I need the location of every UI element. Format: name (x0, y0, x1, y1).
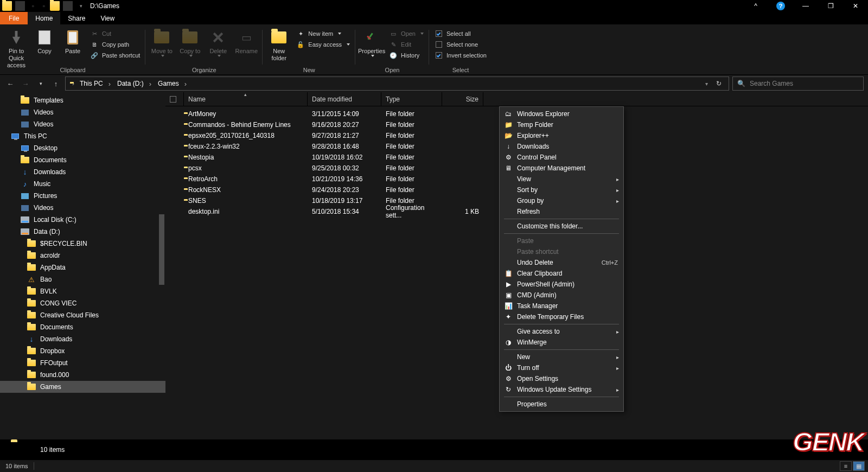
column-date[interactable]: Date modified (308, 92, 381, 106)
tree-item[interactable]: Documents (0, 321, 165, 333)
nav-recent-dropdown[interactable]: ▾ (35, 78, 47, 90)
nav-forward-button[interactable]: → (20, 78, 31, 90)
nav-up-button[interactable]: ↑ (50, 78, 62, 90)
context-menu-item[interactable]: ▣CMD (Admin) (500, 290, 623, 301)
context-menu-item[interactable]: ↓Downloads (500, 141, 623, 152)
context-menu-item[interactable]: Undo DeleteCtrl+Z (500, 257, 623, 268)
tree-item[interactable]: Documents (0, 154, 165, 166)
tab-view[interactable]: View (93, 12, 122, 24)
tree-item[interactable]: found.000 (0, 369, 165, 381)
context-menu-item[interactable]: View▸ (500, 174, 623, 184)
column-checkbox[interactable] (165, 92, 184, 106)
tab-home[interactable]: Home (28, 12, 60, 24)
search-input[interactable] (750, 80, 859, 87)
open-button[interactable]: ▭Open (387, 29, 426, 39)
qat-item[interactable]: ▫ (28, 1, 38, 11)
close-button[interactable]: ✕ (843, 0, 868, 12)
help-button[interactable]: ? (768, 0, 793, 12)
tree-item[interactable]: ↓Downloads (0, 333, 165, 345)
tab-file[interactable]: File (0, 12, 28, 24)
rename-button[interactable]: ▭Rename (233, 28, 259, 55)
tree-item[interactable]: acroldr (0, 250, 165, 261)
ribbon-collapse-icon[interactable]: ^ (743, 0, 768, 12)
context-menu-item[interactable]: Give access to▸ (500, 326, 623, 337)
context-menu-item[interactable]: ⚙Control Panel (500, 152, 623, 163)
new-item-button[interactable]: ✦New item (294, 29, 352, 39)
tree-item[interactable]: FFOutput (0, 357, 165, 369)
context-menu-item[interactable]: ⚙Open Settings (500, 373, 623, 384)
properties-button[interactable]: Properties (359, 28, 385, 57)
easy-access-button[interactable]: 🔓Easy access (294, 40, 352, 49)
search-box[interactable]: 🔍 (732, 76, 864, 91)
cut-button[interactable]: ✂Cut (88, 29, 142, 39)
invert-selection-button[interactable]: Invert selection (432, 50, 489, 60)
context-menu-item[interactable]: Sort by▸ (500, 184, 623, 195)
paste-button[interactable]: Paste (60, 28, 86, 55)
tree-item[interactable]: Videos (0, 118, 165, 130)
move-to-button[interactable]: Move to (149, 28, 175, 57)
context-menu-item[interactable]: ◑WinMerge (500, 337, 623, 348)
tree-item[interactable]: CONG VIEC (0, 297, 165, 309)
context-menu-item[interactable]: 📂Explorer++ (500, 130, 623, 141)
context-menu-item[interactable]: ✦Delete Temporary Files (500, 311, 623, 322)
context-menu-item[interactable]: 🖥Computer Management (500, 163, 623, 174)
tree-item[interactable]: Videos (0, 202, 165, 214)
paste-shortcut-button[interactable]: 🔗Paste shortcut (88, 50, 142, 60)
context-menu-item[interactable]: 📁Temp Folder (500, 119, 623, 130)
view-details-button[interactable]: ≡ (840, 461, 852, 471)
tree-item[interactable]: Dropbox (0, 345, 165, 357)
tree-item[interactable]: AppData (0, 261, 165, 273)
context-menu-item[interactable]: 📊Task Manager (500, 301, 623, 311)
tree-item[interactable]: Videos (0, 106, 165, 118)
tree-item[interactable]: Local Disk (C:) (0, 214, 165, 226)
column-type[interactable]: Type (381, 92, 442, 106)
edit-button[interactable]: ✎Edit (387, 40, 426, 49)
maximize-button[interactable]: ❐ (818, 0, 843, 12)
copy-path-button[interactable]: 🗎Copy path (88, 40, 142, 49)
tree-item[interactable]: This PC (0, 130, 165, 142)
new-folder-button[interactable]: New folder (266, 28, 292, 62)
breadcrumb-item[interactable]: Games (155, 80, 190, 88)
delete-button[interactable]: Delete (205, 28, 231, 57)
tree-item[interactable]: $RECYCLE.BIN (0, 238, 165, 250)
history-button[interactable]: 🕘History (387, 50, 426, 60)
context-menu-item[interactable]: Properties (500, 399, 623, 410)
qat-dropdown[interactable]: ▾ (76, 1, 86, 11)
context-menu-item[interactable]: New▸ (500, 352, 623, 362)
column-name[interactable]: Name▴ (184, 92, 308, 106)
tree-item[interactable]: ♪Music (0, 178, 165, 190)
context-menu-item[interactable]: Customize this folder... (500, 221, 623, 232)
select-none-button[interactable]: Select none (432, 40, 489, 49)
view-icons-button[interactable]: ▦ (853, 461, 865, 471)
context-menu-item[interactable]: Group by▸ (500, 195, 623, 206)
context-menu-item[interactable]: 🗂Windows Explorer (500, 109, 623, 119)
select-all-button[interactable]: Select all (432, 29, 489, 39)
tree-item[interactable]: Games (0, 381, 165, 393)
scrollbar-thumb[interactable] (159, 214, 164, 285)
context-menu-item[interactable]: 📋Clear Clipboard (500, 268, 623, 279)
context-menu-item[interactable]: ↻Windows Update Settings▸ (500, 384, 623, 395)
qat-item[interactable]: ▫ (39, 1, 49, 11)
tree-item[interactable]: Creative Cloud Files (0, 309, 165, 321)
navigation-tree[interactable]: TemplatesVideosVideosThis PCDesktopDocum… (0, 92, 165, 439)
tree-item[interactable]: Desktop (0, 142, 165, 154)
address-input[interactable]: › This PC Data (D:) Games ▾ ↻ (65, 76, 729, 91)
context-menu-item[interactable]: ▶PowerShell (Admin) (500, 279, 623, 290)
pin-quick-access-button[interactable]: Pin to Quick access (3, 28, 29, 69)
tree-item[interactable]: ⚠Bao (0, 273, 165, 285)
tree-item[interactable]: Data (D:) (0, 226, 165, 238)
tree-item[interactable]: Pictures (0, 190, 165, 202)
context-menu-item[interactable]: ⏻Turn off▸ (500, 362, 623, 373)
breadcrumb-item[interactable]: This PC (76, 80, 114, 88)
tree-item[interactable]: BVLK (0, 285, 165, 297)
refresh-button[interactable]: ↻ (711, 80, 726, 87)
breadcrumb-item[interactable]: Data (D:) (114, 80, 155, 88)
tab-share[interactable]: Share (60, 12, 93, 24)
context-menu-item[interactable]: Refresh (500, 206, 623, 217)
address-dropdown-icon[interactable]: ▾ (702, 81, 711, 87)
copy-to-button[interactable]: Copy to (177, 28, 203, 57)
tree-item[interactable]: ↓Downloads (0, 166, 165, 178)
minimize-button[interactable]: — (793, 0, 818, 12)
column-size[interactable]: Size (442, 92, 483, 106)
tree-item[interactable]: Templates (0, 94, 165, 106)
